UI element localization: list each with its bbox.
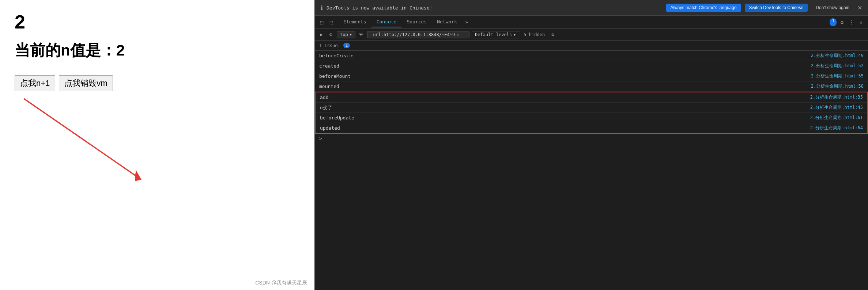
svg-line-1 xyxy=(24,99,140,179)
devtools-panel: ℹ DevTools is now available in Chinese! … xyxy=(314,0,868,290)
tab-sources[interactable]: Sources xyxy=(401,17,432,27)
console-entry-created: created 2.分析生命周期.html:52 xyxy=(315,61,868,71)
issue-bar: 1 Issue: 1 xyxy=(315,41,868,51)
filter-clear-icon[interactable]: ✕ xyxy=(456,32,459,37)
console-entry-beforemount: beforeMount 2.分析生命周期.html:55 xyxy=(315,71,868,81)
entry-message: mounted xyxy=(319,84,811,89)
tab-right-icons: 1 ⚙ ⋮ ✕ xyxy=(830,18,865,26)
add-n-button[interactable]: 点我n+1 xyxy=(15,75,55,91)
destroy-vm-button[interactable]: 点我销毁vm xyxy=(59,75,113,91)
filter-input-wrapper[interactable]: -url:http://127.0.0.1:8848/%E4%9 ✕ xyxy=(367,31,469,38)
entry-link[interactable]: 2.分析生命周期.html:61 xyxy=(810,115,863,121)
entry-link[interactable]: 2.分析生命周期.html:49 xyxy=(811,53,864,59)
entry-link[interactable]: 2.分析生命周期.html:64 xyxy=(810,125,863,131)
page-area: 2 当前的n值是：2 点我n+1 点我销毁vm CSDN @我有满天星辰 xyxy=(0,0,314,290)
context-label: top xyxy=(340,32,348,37)
console-toolbar: ▶ ⊘ top ▾ 👁 -url:http://127.0.0.1:8848/%… xyxy=(315,29,868,41)
console-prompt[interactable]: > xyxy=(315,134,868,143)
notification-text: DevTools is now available in Chinese! xyxy=(327,5,663,11)
issues-badge: 1 xyxy=(830,18,837,26)
execute-icon[interactable]: ▶ xyxy=(318,31,325,38)
filter-value: -url:http://127.0.0.1:8848/%E4%9 xyxy=(370,32,455,37)
issue-badge: 1 xyxy=(343,43,350,48)
console-entries: beforeCreate 2.分析生命周期.html:49 created 2.… xyxy=(315,51,868,290)
entry-message: n变了 xyxy=(320,104,810,111)
notification-close-button[interactable]: ✕ xyxy=(857,4,862,11)
hidden-count: 5 hidden xyxy=(521,31,547,38)
entry-link[interactable]: 2.分析生命周期.html:35 xyxy=(810,94,863,100)
levels-chevron-icon: ▾ xyxy=(513,32,516,37)
console-entry-add: add 2.分析生命周期.html:35 xyxy=(316,92,867,103)
prompt-chevron-icon: > xyxy=(319,136,322,141)
switch-chinese-button[interactable]: Switch DevTools to Chinese xyxy=(745,4,808,12)
close-devtools-icon[interactable]: ✕ xyxy=(857,18,865,26)
entry-message: beforeCreate xyxy=(319,53,811,58)
info-icon: ℹ xyxy=(321,4,323,11)
inspect-icon[interactable]: ⬚ xyxy=(318,18,326,26)
console-entry-updated: updated 2.分析生命周期.html:64 xyxy=(316,123,867,133)
context-chevron-icon: ▾ xyxy=(350,32,352,37)
highlighted-entries-group: add 2.分析生命周期.html:35 n变了 2.分析生命周期.html:4… xyxy=(315,92,868,134)
entry-message: beforeUpdate xyxy=(320,115,810,121)
more-options-icon[interactable]: ⋮ xyxy=(848,18,856,26)
context-selector[interactable]: top ▾ xyxy=(337,31,355,38)
devtools-notification: ℹ DevTools is now available in Chinese! … xyxy=(315,0,868,16)
more-tabs-button[interactable]: » xyxy=(462,17,471,27)
issue-label: 1 Issue: xyxy=(319,43,340,48)
block-icon[interactable]: ⊘ xyxy=(327,31,335,38)
entry-link[interactable]: 2.分析生命周期.html:52 xyxy=(811,63,864,69)
device-icon[interactable]: ⬚ xyxy=(327,18,335,26)
entry-message: beforeMount xyxy=(319,73,811,79)
settings-icon[interactable]: ⚙ xyxy=(838,18,846,26)
page-number: 2 xyxy=(15,11,300,33)
entry-message: created xyxy=(319,63,811,69)
button-group: 点我n+1 点我销毁vm xyxy=(15,75,300,91)
entry-message: updated xyxy=(320,125,810,131)
entry-link[interactable]: 2.分析生命周期.html:58 xyxy=(811,83,864,89)
dont-show-again-button[interactable]: Don't show again xyxy=(811,4,854,12)
match-language-button[interactable]: Always match Chrome's language xyxy=(666,4,741,12)
entry-link[interactable]: 2.分析生命周期.html:45 xyxy=(810,104,863,111)
entry-link[interactable]: 2.分析生命周期.html:55 xyxy=(811,73,864,79)
tab-icons: ⬚ ⬚ xyxy=(318,18,335,26)
levels-label: Default levels xyxy=(475,32,512,37)
devtools-tabs-bar: ⬚ ⬚ Elements Console Sources Network » 1… xyxy=(315,16,868,29)
watermark: CSDN @我有满天星辰 xyxy=(255,280,307,286)
console-entry-beforecreate: beforeCreate 2.分析生命周期.html:49 xyxy=(315,51,868,61)
tab-network[interactable]: Network xyxy=(432,17,462,27)
tab-console[interactable]: Console xyxy=(371,17,402,27)
log-level-selector[interactable]: Default levels ▾ xyxy=(472,31,519,38)
console-entry-beforeupdate: beforeUpdate 2.分析生命周期.html:61 xyxy=(316,113,867,123)
page-subtitle: 当前的n值是：2 xyxy=(15,40,300,61)
console-settings-icon[interactable]: ⚙ xyxy=(549,31,556,38)
eye-icon[interactable]: 👁 xyxy=(358,31,365,38)
console-entry-mounted: mounted 2.分析生命周期.html:58 xyxy=(315,81,868,92)
entry-message: add xyxy=(320,95,810,100)
tab-elements[interactable]: Elements xyxy=(338,17,371,27)
console-entry-nchanged: n变了 2.分析生命周期.html:45 xyxy=(316,103,867,113)
